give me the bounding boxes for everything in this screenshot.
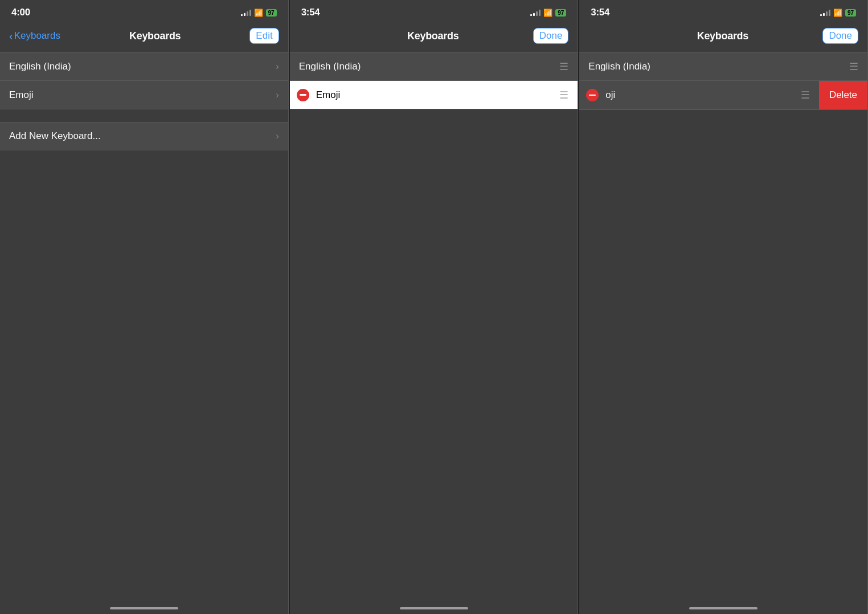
chevron-right-icon: › (276, 90, 279, 100)
item-label-english-1: English (India) (9, 61, 276, 72)
home-indicator-1 (110, 607, 178, 609)
status-icons-1: 📶 97 (241, 9, 277, 17)
status-bar-3: 3:54 📶 97 (579, 0, 867, 23)
home-indicator-2 (400, 607, 468, 609)
list-item-english-india-3[interactable]: English (India) ☰ (579, 52, 867, 81)
keyboard-list-2: English (India) ☰ Emoji ☰ (290, 52, 578, 109)
done-button-3[interactable]: Done (822, 28, 858, 44)
drag-handle-icon: ☰ (559, 62, 568, 72)
edit-button[interactable]: Edit (249, 28, 279, 44)
chevron-right-icon: › (276, 62, 279, 72)
item-label-english-2: English (India) (299, 61, 560, 72)
signal-icon (820, 9, 830, 16)
list-item-emoji-2[interactable]: Emoji ☰ (290, 81, 578, 109)
minus-icon[interactable] (297, 89, 309, 101)
drag-handle-icon: ☰ (849, 62, 858, 72)
panel-3-keyboards-delete: 3:54 📶 97 Keyboards Done English (India)… (579, 0, 868, 614)
battery-icon: 97 (555, 9, 566, 17)
signal-icon (530, 9, 541, 16)
status-time-1: 4:00 (11, 7, 30, 18)
wifi-icon: 📶 (254, 9, 263, 17)
back-arrow-icon: ‹ (9, 30, 13, 42)
keyboard-list-3: English (India) ☰ oji ☰ Delete (579, 52, 867, 110)
panel-2-keyboards-edit: 3:54 📶 97 Keyboards Done English (India)… (290, 0, 579, 614)
nav-title-2: Keyboards (407, 30, 458, 42)
item-label-emoji-partial-3: oji (605, 89, 801, 101)
wifi-icon: 📶 (833, 9, 842, 17)
nav-bar-3: Keyboards Done (579, 23, 867, 51)
status-bar-1: 4:00 📶 97 (0, 0, 288, 23)
signal-icon (241, 9, 251, 16)
keyboard-list-1: English (India) › Emoji › (0, 52, 288, 109)
list-item-english-india-2[interactable]: English (India) ☰ (290, 52, 578, 81)
battery-icon: 97 (845, 9, 856, 17)
back-label-1: Keyboards (14, 30, 60, 42)
list-gap-1 (0, 109, 288, 121)
done-button-2[interactable]: Done (533, 28, 569, 44)
delete-button-3[interactable]: Delete (819, 81, 867, 109)
minus-icon-3[interactable] (586, 89, 599, 101)
list-item-emoji-1[interactable]: Emoji › (0, 81, 288, 109)
drag-handle-icon: ☰ (559, 90, 568, 100)
home-indicator-3 (689, 607, 758, 609)
nav-bar-2: Keyboards Done (290, 23, 578, 51)
status-bar-2: 3:54 📶 97 (290, 0, 578, 23)
chevron-right-icon: › (276, 131, 279, 141)
back-button-1[interactable]: ‹ Keyboards (9, 30, 60, 42)
nav-title-1: Keyboards (129, 30, 181, 42)
status-time-3: 3:54 (591, 7, 609, 18)
status-icons-3: 📶 97 (820, 9, 856, 17)
nav-bar-1: ‹ Keyboards Keyboards Edit (0, 23, 288, 51)
item-label-emoji-2: Emoji (316, 81, 560, 109)
add-keyboard-section: Add New Keyboard... › (0, 122, 288, 150)
battery-icon: 97 (266, 9, 277, 17)
status-icons-2: 📶 97 (530, 9, 566, 17)
wifi-icon: 📶 (543, 9, 552, 17)
status-time-2: 3:54 (301, 7, 320, 18)
item-label-english-3: English (India) (588, 61, 849, 72)
drag-handle-icon: ☰ (801, 90, 810, 100)
list-item-emoji-3[interactable]: oji ☰ Delete (579, 81, 867, 110)
add-keyboard-label: Add New Keyboard... (9, 130, 276, 142)
add-keyboard-item[interactable]: Add New Keyboard... › (0, 122, 288, 150)
nav-title-3: Keyboards (697, 30, 748, 42)
list-item-english-india-1[interactable]: English (India) › (0, 52, 288, 81)
panel-1-keyboards-normal: 4:00 📶 97 ‹ Keyboards Keyboards Edit Eng… (0, 0, 289, 614)
item-label-emoji-1: Emoji (9, 89, 276, 101)
